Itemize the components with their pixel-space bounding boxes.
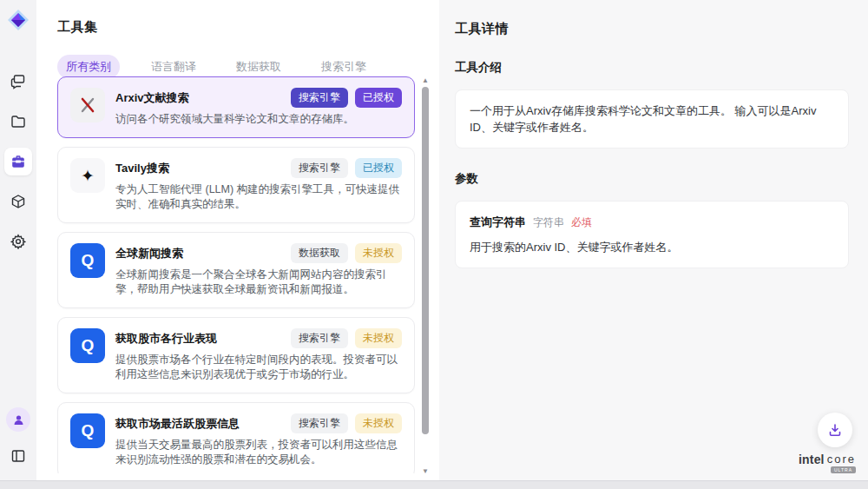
tool-list: Arxiv文献搜索 搜索引擎 已授权 访问各个研究领域大量科学论文和文章的存储库… xyxy=(57,76,415,473)
sidebar-item-account[interactable] xyxy=(6,407,30,432)
tool-list-panel: 工具集 所有类别语言翻译数据获取搜索引擎 Arxiv文献搜索 搜索引擎 已授权 … xyxy=(36,0,439,480)
param-description: 用于搜索的Arxiv ID、关键字或作者姓名。 xyxy=(470,239,834,255)
tool-icon xyxy=(70,88,105,122)
intel-wordmark: intel xyxy=(799,453,825,466)
sidebar-item-files[interactable] xyxy=(4,108,32,135)
intel-core-logo: intel core ULTRA xyxy=(799,453,856,473)
sidebar-rail xyxy=(0,0,36,480)
folder-icon xyxy=(10,114,26,129)
sidebar-item-panel-toggle[interactable] xyxy=(4,442,32,470)
tool-icon: Q xyxy=(70,413,105,448)
status-badge: 未授权 xyxy=(355,328,402,348)
tool-name: 获取市场最活跃股票信息 xyxy=(115,416,240,432)
category-badge[interactable]: 搜索引擎 xyxy=(291,88,348,108)
category-tabs: 所有类别语言翻译数据获取搜索引擎 xyxy=(57,55,439,79)
param-card: 查询字符串 字符串 必填 用于搜索的Arxiv ID、关键字或作者姓名。 xyxy=(455,201,849,268)
toolbox-icon xyxy=(10,154,26,169)
download-button[interactable] xyxy=(818,413,852,447)
category-badge: 搜索引擎 xyxy=(291,158,348,178)
arxiv-icon xyxy=(79,96,96,114)
param-type: 字符串 xyxy=(533,215,564,231)
intro-card: 一个用于从Arxiv存储库搜索科学论文和文章的工具。 输入可以是Arxiv ID… xyxy=(455,89,849,149)
q-search-icon: Q xyxy=(82,251,95,270)
chat-bubbles-icon xyxy=(10,74,26,89)
status-badge: 未授权 xyxy=(355,243,402,263)
param-required-flag: 必填 xyxy=(571,215,592,231)
gear-icon xyxy=(10,234,26,249)
tool-card-3[interactable]: Q 获取股市各行业表现 搜索引擎 未授权 提供股票市场各个行业在特定时间段内的表… xyxy=(57,317,415,393)
tool-detail-panel: 工具详情 工具介绍 一个用于从Arxiv存储库搜索科学论文和文章的工具。 输入可… xyxy=(439,0,868,480)
tool-description: 提供股票市场各个行业在特定时间段内的表现。投资者可以利用这些信息来识别表现优于或… xyxy=(115,353,402,382)
param-name: 查询字符串 xyxy=(470,214,526,230)
category-badge: 数据获取 xyxy=(291,243,348,263)
sidebar-item-models[interactable] xyxy=(4,188,32,215)
tool-icon: Q xyxy=(70,243,105,278)
app-window: 工具集 所有类别语言翻译数据获取搜索引擎 Arxiv文献搜索 搜索引擎 已授权 … xyxy=(0,0,868,480)
tab-0[interactable]: 所有类别 xyxy=(57,55,120,79)
tool-name: 全球新闻搜索 xyxy=(115,246,183,261)
scroll-up-arrow-icon[interactable]: ▲ xyxy=(421,76,430,85)
category-badge: 搜索引擎 xyxy=(291,413,348,433)
tool-card-0[interactable]: Arxiv文献搜索 搜索引擎 已授权 访问各个研究领域大量科学论文和文章的存储库… xyxy=(57,76,415,138)
tool-description: 全球新闻搜索是一个聚合全球各大新闻网站内容的搜索引擎，帮助用户快速获取全球最新资… xyxy=(115,268,402,297)
tool-name: 获取股市各行业表现 xyxy=(115,331,217,347)
sidebar-item-settings[interactable] xyxy=(4,228,32,255)
cube-icon xyxy=(10,194,26,209)
scrollbar-thumb[interactable] xyxy=(422,87,429,434)
page-title: 工具集 xyxy=(57,19,439,36)
download-icon xyxy=(827,422,843,438)
status-badge[interactable]: 已授权 xyxy=(355,88,402,108)
q-search-icon: Q xyxy=(82,336,95,355)
tool-name: Arxiv文献搜索 xyxy=(115,90,189,106)
intro-heading: 工具介绍 xyxy=(455,60,849,76)
window-bottom-edge xyxy=(0,480,868,489)
intro-text: 一个用于从Arxiv存储库搜索科学论文和文章的工具。 输入可以是Arxiv ID… xyxy=(470,104,816,134)
detail-title: 工具详情 xyxy=(455,21,849,37)
tab-1[interactable]: 语言翻译 xyxy=(142,55,205,79)
params-heading: 参数 xyxy=(455,171,849,187)
core-wordmark: core xyxy=(827,453,856,466)
tool-icon: Q xyxy=(70,328,105,363)
split-panel-icon xyxy=(10,448,26,464)
tavily-star-icon: ✦ xyxy=(81,166,95,186)
q-search-icon: Q xyxy=(82,421,95,440)
tool-icon: ✦ xyxy=(70,158,105,193)
status-badge: 已授权 xyxy=(355,158,402,178)
status-badge: 未授权 xyxy=(355,413,402,433)
tool-description: 提供当天交易量最高的股票列表，投资者可以利用这些信息来识别流动性强的股票和潜在的… xyxy=(115,438,402,467)
scroll-down-arrow-icon[interactable]: ▼ xyxy=(421,467,430,476)
tool-description: 访问各个研究领域大量科学论文和文章的存储库。 xyxy=(115,112,402,127)
tab-3[interactable]: 搜索引擎 xyxy=(312,55,375,79)
tab-2[interactable]: 数据获取 xyxy=(227,55,290,79)
tool-description: 专为人工智能代理 (LLM) 构建的搜索引擎工具，可快速提供实时、准确和真实的结… xyxy=(115,182,402,212)
person-icon xyxy=(12,413,25,426)
ultra-badge: ULTRA xyxy=(831,466,856,473)
tool-card-4[interactable]: Q 获取市场最活跃股票信息 搜索引擎 未授权 提供当天交易量最高的股票列表，投资… xyxy=(57,402,415,473)
tool-card-2[interactable]: Q 全球新闻搜索 数据获取 未授权 全球新闻搜索是一个聚合全球各大新闻网站内容的… xyxy=(57,232,415,308)
category-badge: 搜索引擎 xyxy=(291,328,348,348)
tool-card-1[interactable]: ✦ Tavily搜索 搜索引擎 已授权 专为人工智能代理 (LLM) 构建的搜索… xyxy=(57,147,415,223)
sidebar-item-tools[interactable] xyxy=(4,148,32,175)
tool-name: Tavily搜索 xyxy=(115,161,169,176)
sidebar-item-chat[interactable] xyxy=(4,68,32,96)
app-logo[interactable] xyxy=(7,9,30,31)
list-scrollbar[interactable]: ▲ ▼ xyxy=(421,76,430,476)
